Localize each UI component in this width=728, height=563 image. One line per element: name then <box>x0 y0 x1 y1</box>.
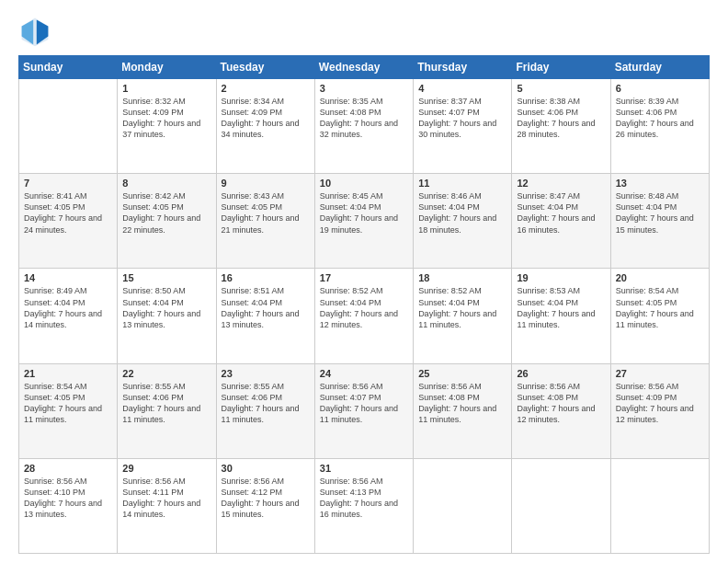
cell-info: Sunrise: 8:56 AMSunset: 4:11 PMDaylight:… <box>122 476 210 521</box>
calendar-table: SundayMondayTuesdayWednesdayThursdayFrid… <box>18 55 710 554</box>
calendar-cell: 16Sunrise: 8:51 AMSunset: 4:04 PMDayligh… <box>216 269 314 363</box>
calendar-cell: 3Sunrise: 8:35 AMSunset: 4:08 PMDaylight… <box>314 79 413 174</box>
weekday-header-row: SundayMondayTuesdayWednesdayThursdayFrid… <box>19 56 710 79</box>
calendar-cell: 4Sunrise: 8:37 AMSunset: 4:07 PMDaylight… <box>414 79 512 174</box>
day-number: 30 <box>222 463 310 474</box>
calendar-cell: 22Sunrise: 8:55 AMSunset: 4:06 PMDayligh… <box>118 363 216 458</box>
day-number: 1 <box>122 83 210 94</box>
weekday-header-saturday: Saturday <box>610 56 709 79</box>
day-number: 17 <box>320 272 408 283</box>
page: SundayMondayTuesdayWednesdayThursdayFrid… <box>0 0 728 563</box>
cell-info: Sunrise: 8:42 AMSunset: 4:05 PMDaylight:… <box>122 190 210 236</box>
logo <box>18 15 57 48</box>
calendar-cell: 13Sunrise: 8:48 AMSunset: 4:04 PMDayligh… <box>610 174 709 269</box>
cell-info: Sunrise: 8:49 AMSunset: 4:04 PMDaylight:… <box>24 285 112 330</box>
cell-info: Sunrise: 8:47 AMSunset: 4:04 PMDaylight:… <box>517 190 605 236</box>
cell-info: Sunrise: 8:41 AMSunset: 4:05 PMDaylight:… <box>24 190 112 236</box>
calendar-cell <box>610 458 709 553</box>
calendar-cell: 25Sunrise: 8:56 AMSunset: 4:08 PMDayligh… <box>414 363 512 458</box>
weekday-header-monday: Monday <box>118 56 216 79</box>
day-number: 8 <box>122 178 210 189</box>
header <box>18 15 710 48</box>
week-row-3: 14Sunrise: 8:49 AMSunset: 4:04 PMDayligh… <box>19 269 710 363</box>
calendar-cell: 17Sunrise: 8:52 AMSunset: 4:04 PMDayligh… <box>314 269 413 363</box>
cell-info: Sunrise: 8:34 AMSunset: 4:09 PMDaylight:… <box>222 96 310 141</box>
day-number: 25 <box>418 368 506 379</box>
calendar-cell: 23Sunrise: 8:55 AMSunset: 4:06 PMDayligh… <box>216 363 314 458</box>
cell-info: Sunrise: 8:46 AMSunset: 4:04 PMDaylight:… <box>418 190 506 236</box>
cell-info: Sunrise: 8:43 AMSunset: 4:05 PMDaylight:… <box>222 190 310 236</box>
day-number: 24 <box>320 368 408 379</box>
calendar-cell: 18Sunrise: 8:52 AMSunset: 4:04 PMDayligh… <box>414 269 512 363</box>
calendar-cell: 27Sunrise: 8:56 AMSunset: 4:09 PMDayligh… <box>610 363 709 458</box>
calendar-cell: 11Sunrise: 8:46 AMSunset: 4:04 PMDayligh… <box>414 174 512 269</box>
cell-info: Sunrise: 8:55 AMSunset: 4:06 PMDaylight:… <box>122 381 210 426</box>
day-number: 4 <box>418 83 506 94</box>
day-number: 14 <box>24 272 112 283</box>
day-number: 18 <box>418 272 506 283</box>
week-row-2: 7Sunrise: 8:41 AMSunset: 4:05 PMDaylight… <box>19 174 710 269</box>
calendar-cell: 28Sunrise: 8:56 AMSunset: 4:10 PMDayligh… <box>19 458 118 553</box>
day-number: 10 <box>320 178 408 189</box>
weekday-header-friday: Friday <box>512 56 610 79</box>
calendar-cell: 8Sunrise: 8:42 AMSunset: 4:05 PMDaylight… <box>118 174 216 269</box>
cell-info: Sunrise: 8:52 AMSunset: 4:04 PMDaylight:… <box>320 285 408 330</box>
day-number: 16 <box>222 272 310 283</box>
calendar-cell <box>512 458 610 553</box>
day-number: 13 <box>616 178 704 189</box>
calendar-cell: 2Sunrise: 8:34 AMSunset: 4:09 PMDaylight… <box>216 79 314 174</box>
day-number: 11 <box>418 178 506 189</box>
calendar-cell: 14Sunrise: 8:49 AMSunset: 4:04 PMDayligh… <box>19 269 118 363</box>
calendar-cell: 10Sunrise: 8:45 AMSunset: 4:04 PMDayligh… <box>314 174 413 269</box>
cell-info: Sunrise: 8:56 AMSunset: 4:08 PMDaylight:… <box>517 381 605 426</box>
calendar-cell: 7Sunrise: 8:41 AMSunset: 4:05 PMDaylight… <box>19 174 118 269</box>
cell-info: Sunrise: 8:32 AMSunset: 4:09 PMDaylight:… <box>122 96 210 141</box>
calendar-cell: 26Sunrise: 8:56 AMSunset: 4:08 PMDayligh… <box>512 363 610 458</box>
cell-info: Sunrise: 8:54 AMSunset: 4:05 PMDaylight:… <box>616 285 704 330</box>
day-number: 20 <box>616 272 704 283</box>
calendar-cell: 19Sunrise: 8:53 AMSunset: 4:04 PMDayligh… <box>512 269 610 363</box>
day-number: 28 <box>24 463 112 474</box>
cell-info: Sunrise: 8:39 AMSunset: 4:06 PMDaylight:… <box>616 96 704 141</box>
cell-info: Sunrise: 8:56 AMSunset: 4:12 PMDaylight:… <box>222 476 310 521</box>
day-number: 7 <box>24 178 112 189</box>
day-number: 2 <box>222 83 310 94</box>
calendar-cell: 31Sunrise: 8:56 AMSunset: 4:13 PMDayligh… <box>314 458 413 553</box>
calendar-cell: 9Sunrise: 8:43 AMSunset: 4:05 PMDaylight… <box>216 174 314 269</box>
calendar-cell: 29Sunrise: 8:56 AMSunset: 4:11 PMDayligh… <box>118 458 216 553</box>
cell-info: Sunrise: 8:56 AMSunset: 4:09 PMDaylight:… <box>616 381 704 426</box>
weekday-header-sunday: Sunday <box>19 56 118 79</box>
day-number: 5 <box>517 83 605 94</box>
week-row-4: 21Sunrise: 8:54 AMSunset: 4:05 PMDayligh… <box>19 363 710 458</box>
cell-info: Sunrise: 8:45 AMSunset: 4:04 PMDaylight:… <box>320 190 408 236</box>
day-number: 26 <box>517 368 605 379</box>
calendar-cell: 24Sunrise: 8:56 AMSunset: 4:07 PMDayligh… <box>314 363 413 458</box>
calendar-cell: 20Sunrise: 8:54 AMSunset: 4:05 PMDayligh… <box>610 269 709 363</box>
cell-info: Sunrise: 8:52 AMSunset: 4:04 PMDaylight:… <box>418 285 506 330</box>
cell-info: Sunrise: 8:35 AMSunset: 4:08 PMDaylight:… <box>320 96 408 141</box>
cell-info: Sunrise: 8:50 AMSunset: 4:04 PMDaylight:… <box>122 285 210 330</box>
day-number: 23 <box>222 368 310 379</box>
cell-info: Sunrise: 8:56 AMSunset: 4:13 PMDaylight:… <box>320 476 408 521</box>
day-number: 21 <box>24 368 112 379</box>
calendar-cell: 12Sunrise: 8:47 AMSunset: 4:04 PMDayligh… <box>512 174 610 269</box>
calendar-cell: 5Sunrise: 8:38 AMSunset: 4:06 PMDaylight… <box>512 79 610 174</box>
day-number: 3 <box>320 83 408 94</box>
cell-info: Sunrise: 8:56 AMSunset: 4:07 PMDaylight:… <box>320 381 408 426</box>
cell-info: Sunrise: 8:54 AMSunset: 4:05 PMDaylight:… <box>24 381 112 426</box>
cell-info: Sunrise: 8:53 AMSunset: 4:04 PMDaylight:… <box>517 285 605 330</box>
weekday-header-wednesday: Wednesday <box>314 56 413 79</box>
calendar-cell <box>414 458 512 553</box>
week-row-5: 28Sunrise: 8:56 AMSunset: 4:10 PMDayligh… <box>19 458 710 553</box>
day-number: 9 <box>222 178 310 189</box>
day-number: 27 <box>616 368 704 379</box>
weekday-header-tuesday: Tuesday <box>216 56 314 79</box>
cell-info: Sunrise: 8:56 AMSunset: 4:08 PMDaylight:… <box>418 381 506 426</box>
cell-info: Sunrise: 8:55 AMSunset: 4:06 PMDaylight:… <box>222 381 310 426</box>
calendar-cell: 30Sunrise: 8:56 AMSunset: 4:12 PMDayligh… <box>216 458 314 553</box>
day-number: 29 <box>122 463 210 474</box>
day-number: 22 <box>122 368 210 379</box>
day-number: 12 <box>517 178 605 189</box>
cell-info: Sunrise: 8:38 AMSunset: 4:06 PMDaylight:… <box>517 96 605 141</box>
day-number: 31 <box>320 463 408 474</box>
